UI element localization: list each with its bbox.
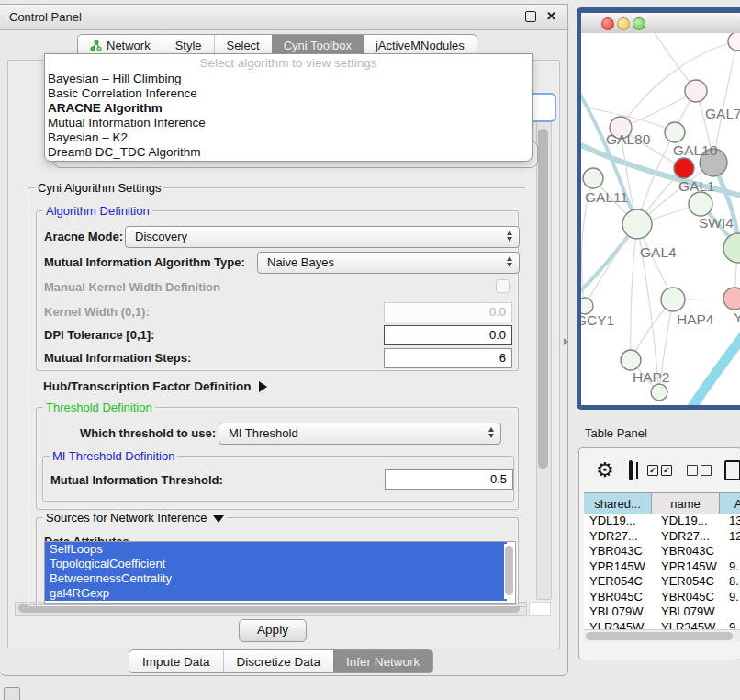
node-label: SWI4 bbox=[699, 215, 734, 231]
panel-title: Control Panel bbox=[9, 10, 82, 24]
hub-definition-toggle[interactable]: Hub/Transcription Factor Definition bbox=[43, 379, 267, 393]
network-node[interactable] bbox=[665, 122, 685, 142]
tab-impute-data[interactable]: Impute Data bbox=[129, 650, 223, 672]
minimize-button[interactable] bbox=[617, 17, 630, 30]
network-node[interactable] bbox=[723, 233, 740, 263]
network-window-titlebar[interactable] bbox=[581, 13, 740, 34]
network-node[interactable] bbox=[621, 350, 641, 370]
node-label: GAL80 bbox=[606, 131, 651, 147]
mi-threshold-label: Mutual Information Threshold: bbox=[50, 473, 223, 487]
cell-value: 12 bbox=[727, 529, 740, 545]
deselect-all-columns-button[interactable] bbox=[687, 465, 712, 476]
table-row[interactable]: YBR045C YBR045C 9. bbox=[584, 590, 740, 605]
mi-threshold-field[interactable]: 0.5 bbox=[385, 469, 513, 490]
algorithm-option[interactable]: Mutual Information Inference bbox=[45, 116, 532, 130]
network-node[interactable] bbox=[661, 288, 685, 311]
tab-label: jActiveMNodules bbox=[376, 39, 465, 52]
algorithm-option[interactable]: Basic Correlation Inference bbox=[45, 86, 532, 101]
tab-label: Style bbox=[175, 39, 202, 52]
combo-value: Discovery bbox=[135, 230, 187, 243]
tab-label: Impute Data bbox=[142, 655, 210, 669]
algorithm-option[interactable]: Dream8 DC_TDC Algorithm bbox=[45, 145, 532, 160]
table-row[interactable]: YLR345W YLR345W 9. bbox=[584, 620, 740, 630]
zoom-button[interactable] bbox=[633, 17, 645, 30]
table-horizontal-scrollbar[interactable] bbox=[584, 629, 740, 642]
network-node[interactable] bbox=[689, 192, 712, 216]
mi-algorithm-type-combobox[interactable]: Naive Bayes bbox=[257, 252, 520, 274]
table-panel: ⚙ ✓ ✓ shared... name A YDL19... YDL19...… bbox=[578, 447, 740, 660]
network-node[interactable] bbox=[728, 33, 740, 51]
network-node[interactable] bbox=[651, 384, 667, 401]
tab-infer-network[interactable]: Infer Network bbox=[333, 650, 432, 672]
network-canvas[interactable]: GAL7GAL80GAL10GAL1GAL11SWI4GAL4GCY1HAP4Y… bbox=[581, 33, 740, 405]
minimized-panel-icon[interactable] bbox=[4, 687, 20, 700]
attributes-scrollbar[interactable] bbox=[504, 544, 514, 599]
cell-shared-name: YPR145W bbox=[584, 559, 657, 575]
select-all-columns-button[interactable]: ✓ ✓ bbox=[647, 465, 672, 476]
cell-value: 9. bbox=[727, 559, 740, 575]
float-window-icon[interactable] bbox=[525, 11, 536, 22]
cell-value bbox=[727, 604, 740, 620]
settings-vertical-scrollbar[interactable] bbox=[536, 120, 552, 600]
algorithm-option[interactable]: Bayesian – K2 bbox=[45, 130, 532, 145]
column-header-shared-name[interactable]: shared... bbox=[584, 493, 652, 514]
sources-title: Sources for Network Inference bbox=[46, 511, 207, 525]
mi-steps-field[interactable]: 6 bbox=[384, 348, 512, 368]
network-node[interactable] bbox=[583, 168, 603, 188]
column-header-clipped[interactable]: A bbox=[720, 493, 740, 514]
splitter-collapse-icon[interactable] bbox=[564, 338, 568, 345]
attribute-list-item[interactable]: BetweennessCentrality bbox=[45, 571, 507, 586]
node-label: GAL11 bbox=[585, 189, 628, 205]
network-node[interactable] bbox=[723, 288, 740, 310]
kernel-width-field[interactable]: 0.0 bbox=[384, 302, 512, 322]
node-label: GAL1 bbox=[678, 178, 715, 194]
table-row[interactable]: YER054C YER054C 8. bbox=[584, 574, 740, 590]
node-label: HAP2 bbox=[633, 369, 670, 385]
cell-value: 13 bbox=[727, 514, 740, 529]
table-toolbar: ⚙ ✓ ✓ bbox=[579, 448, 740, 492]
dpi-tolerance-field[interactable]: 0.0 bbox=[384, 325, 512, 345]
dpi-tolerance-label: DPI Tolerance [0,1]: bbox=[44, 328, 154, 342]
spinner-arrows-icon bbox=[507, 231, 512, 242]
table-row[interactable]: YDL19... YDL19... 13 bbox=[584, 514, 740, 529]
group-title: Cyni Algorithm Settings bbox=[35, 181, 163, 195]
algorithm-option[interactable]: ARACNE Algorithm bbox=[45, 101, 532, 116]
sources-toggle[interactable]: Sources for Network Inference bbox=[43, 511, 227, 525]
cell-value bbox=[727, 544, 740, 559]
data-attributes-list[interactable]: SelfLoopsTopologicalCoefficientBetweenne… bbox=[44, 541, 516, 604]
network-node[interactable] bbox=[674, 158, 694, 178]
cell-shared-name: YDR27... bbox=[584, 529, 657, 545]
manual-kernel-checkbox[interactable] bbox=[496, 279, 510, 293]
network-node[interactable] bbox=[622, 209, 652, 239]
cyni-settings-scrollpane: Cyni Algorithm Settings Algorithm Defini… bbox=[15, 120, 525, 607]
table-row[interactable]: YDR27... YDR27... 12 bbox=[584, 529, 740, 545]
close-button[interactable] bbox=[601, 17, 614, 30]
new-table-icon[interactable] bbox=[724, 460, 740, 480]
node-label: GAL7 bbox=[705, 106, 740, 121]
column-header-name[interactable]: name bbox=[652, 493, 720, 514]
cell-name: YDL19... bbox=[657, 514, 727, 529]
table-row[interactable]: YPR145W YPR145W 9. bbox=[584, 559, 740, 575]
scrollbar-thumb[interactable] bbox=[505, 546, 513, 595]
node-label: HAP4 bbox=[677, 311, 714, 327]
network-node[interactable] bbox=[685, 80, 707, 102]
attribute-list-item[interactable]: TopologicalCoefficient bbox=[45, 557, 507, 571]
table-row[interactable]: YBR043C YBR043C bbox=[584, 544, 740, 559]
node-label: Y bbox=[734, 310, 740, 325]
which-threshold-combobox[interactable]: MI Threshold bbox=[219, 423, 501, 445]
attribute-list-item[interactable]: gal4RGexp bbox=[45, 586, 507, 601]
split-columns-icon[interactable] bbox=[629, 460, 633, 480]
algorithm-option[interactable]: Bayesian – Hill Climbing bbox=[45, 72, 532, 86]
tab-discretize-data[interactable]: Discretize Data bbox=[223, 650, 334, 672]
close-icon[interactable]: ✕ bbox=[546, 9, 556, 23]
cell-name: YBR043C bbox=[657, 544, 727, 559]
control-panel-titlebar[interactable]: Control Panel ✕ bbox=[0, 5, 567, 30]
algorithm-definition-group: Algorithm Definition Aracne Mode: Discov… bbox=[36, 210, 519, 371]
apply-button[interactable]: Apply bbox=[239, 619, 307, 642]
scrollbar-thumb[interactable] bbox=[586, 632, 733, 640]
attribute-list-item[interactable]: SelfLoops bbox=[45, 542, 507, 557]
gear-icon[interactable]: ⚙ bbox=[596, 461, 614, 480]
aracne-mode-combobox[interactable]: Discovery bbox=[125, 226, 520, 248]
table-row[interactable]: YBL079W YBL079W bbox=[584, 604, 740, 620]
scrollbar-thumb[interactable] bbox=[538, 129, 548, 469]
